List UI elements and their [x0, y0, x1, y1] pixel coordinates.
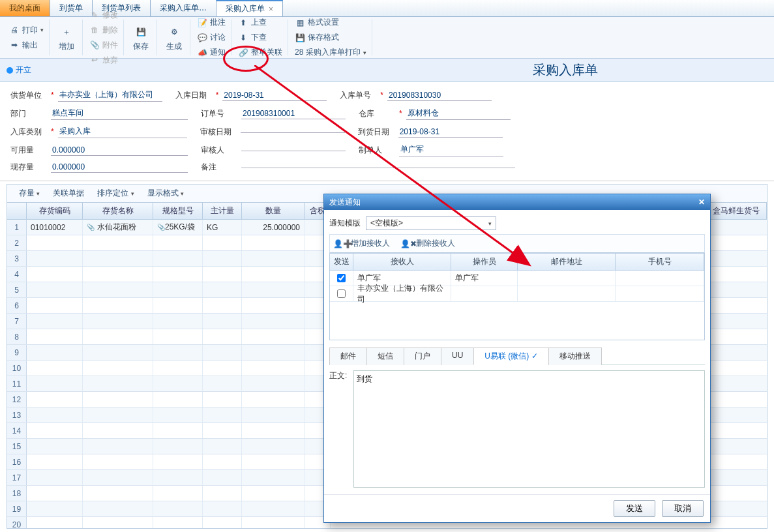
format-button[interactable]: ▦格式设置 — [292, 16, 369, 29]
cell-unit[interactable] — [203, 267, 242, 282]
cell-name[interactable] — [83, 392, 153, 407]
cell-unit[interactable] — [203, 298, 242, 313]
col-unit[interactable]: 主计量 — [203, 203, 242, 219]
approve-button[interactable]: 📝批注 — [194, 16, 228, 29]
cell-qty[interactable] — [242, 407, 305, 422]
close-icon[interactable]: × — [269, 5, 273, 14]
tab-desktop[interactable]: 我的桌面 — [0, 0, 50, 16]
tab-sms[interactable]: 短信 — [366, 347, 404, 365]
docno-value[interactable]: 201908310030 — [387, 90, 492, 101]
phone-cell[interactable] — [616, 286, 704, 301]
cell-spec[interactable] — [153, 235, 203, 250]
dialog-close-icon[interactable]: ✕ — [698, 198, 705, 207]
send-checkbox[interactable] — [337, 289, 346, 298]
cell-qty[interactable] — [242, 345, 305, 360]
cell-spec[interactable] — [153, 298, 203, 313]
template-select[interactable]: <空模版>▾ — [366, 216, 496, 230]
print-button[interactable]: 🖨打印▾ — [7, 23, 46, 37]
sort-button[interactable]: 排序定位 ▾ — [92, 186, 139, 200]
cell-unit[interactable] — [203, 517, 242, 529]
cell-unit[interactable] — [203, 314, 242, 329]
cell-name[interactable] — [83, 486, 153, 501]
lookup-button[interactable]: ⬆上查 — [235, 16, 285, 29]
cell-unit[interactable] — [203, 345, 242, 360]
cell-code[interactable] — [27, 361, 83, 376]
cell-code[interactable] — [27, 392, 83, 407]
recipient-row[interactable]: 丰亦实业（上海）有限公司 — [330, 286, 704, 302]
attach-button[interactable]: 📎附件 — [87, 38, 121, 52]
tab-portal[interactable]: 门户 — [404, 347, 441, 365]
cell-spec[interactable]: 📎 25KG/袋 — [153, 220, 203, 235]
delete-button[interactable]: 🗑删除 — [87, 23, 121, 37]
cell-name[interactable] — [83, 235, 153, 250]
cell-name[interactable]: 📎 水仙花面粉 — [83, 220, 153, 235]
cell-spec[interactable] — [153, 345, 203, 360]
indate-value[interactable]: 2019-08-31 — [222, 90, 327, 101]
add-button[interactable]: ＋增加 — [53, 22, 80, 53]
cell-spec[interactable] — [153, 423, 203, 438]
cell-name[interactable] — [83, 376, 153, 391]
cell-qty[interactable] — [242, 361, 305, 376]
cell-name[interactable] — [83, 407, 153, 422]
cell-unit[interactable] — [203, 251, 242, 266]
auditdate-value[interactable] — [241, 131, 345, 133]
cell-code[interactable]: 01010002 — [27, 220, 83, 235]
cell-code[interactable] — [27, 501, 83, 516]
cell-qty[interactable] — [242, 251, 305, 266]
cell-qty[interactable] — [242, 454, 305, 469]
cell-name[interactable] — [83, 454, 153, 469]
cell-code[interactable] — [27, 251, 83, 266]
cell-spec[interactable] — [153, 470, 203, 485]
cell-code[interactable] — [27, 454, 83, 469]
cell-qty[interactable] — [242, 267, 305, 282]
cell-unit[interactable] — [203, 392, 242, 407]
tab-push[interactable]: 移动推送 — [548, 347, 602, 365]
cell-spec[interactable] — [153, 267, 203, 282]
cell-spec[interactable] — [153, 361, 203, 376]
cell-name[interactable] — [83, 314, 153, 329]
cell-unit[interactable] — [203, 486, 242, 501]
tab-mail[interactable]: 邮件 — [329, 347, 367, 365]
orderno-value[interactable]: 201908310001 — [241, 108, 346, 119]
cell-qty[interactable] — [242, 501, 305, 516]
cell-qty[interactable] — [242, 329, 305, 344]
send-checkbox[interactable] — [337, 274, 346, 282]
cell-code[interactable] — [27, 282, 83, 297]
cell-code[interactable] — [27, 376, 83, 391]
auditor-value[interactable] — [241, 149, 346, 151]
cell-qty[interactable]: 25.000000 — [242, 220, 305, 235]
cell-qty[interactable] — [242, 470, 305, 485]
tab-purchase-in[interactable]: 采购入库单× — [216, 0, 283, 16]
dialog-title-bar[interactable]: 发送通知 ✕ — [324, 194, 710, 210]
generate-button[interactable]: ⚙生成 — [161, 22, 187, 53]
cell-name[interactable] — [83, 267, 153, 282]
cell-qty[interactable] — [242, 298, 305, 313]
cell-code[interactable] — [27, 486, 83, 501]
cell-name[interactable] — [83, 251, 153, 266]
relate-button[interactable]: 🔗整单关联 — [235, 46, 285, 59]
cell-spec[interactable] — [153, 439, 203, 454]
remark-value[interactable] — [241, 166, 515, 168]
col-code[interactable]: 存货编码 — [27, 203, 83, 219]
cell-spec[interactable] — [153, 376, 203, 391]
notify-button[interactable]: 📣通知 — [194, 46, 228, 59]
cell-unit[interactable] — [203, 454, 242, 469]
cell-qty[interactable] — [242, 376, 305, 391]
abandon-button[interactable]: ↩放弃 — [87, 53, 121, 67]
cell-name[interactable] — [83, 501, 153, 516]
cell-name[interactable] — [83, 470, 153, 485]
cell-name[interactable] — [83, 282, 153, 297]
cell-spec[interactable] — [153, 407, 203, 422]
cell-spec[interactable] — [153, 282, 203, 297]
wh-value[interactable]: 原材料仓 — [406, 107, 511, 120]
cell-spec[interactable] — [153, 314, 203, 329]
cell-unit[interactable] — [203, 282, 242, 297]
saveformat-button[interactable]: 💾保存格式 — [292, 31, 369, 44]
cell-name[interactable] — [83, 517, 153, 529]
cell-code[interactable] — [27, 423, 83, 438]
col-spec[interactable]: 规格型号 — [153, 203, 203, 219]
cell-code[interactable] — [27, 314, 83, 329]
add-recipient-button[interactable]: 👤➕增加接收人 — [335, 237, 393, 250]
cell-spec[interactable] — [153, 392, 203, 407]
cell-spec[interactable] — [153, 517, 203, 529]
